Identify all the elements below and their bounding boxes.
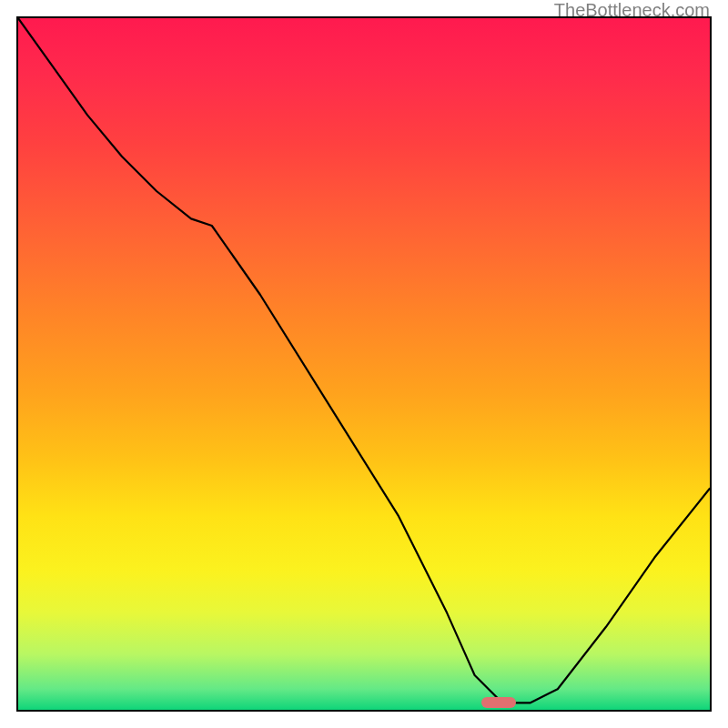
chart-frame [16, 16, 712, 712]
chart-curve [18, 18, 710, 710]
chart-highlight-marker [481, 697, 516, 708]
curve-path [18, 18, 710, 703]
